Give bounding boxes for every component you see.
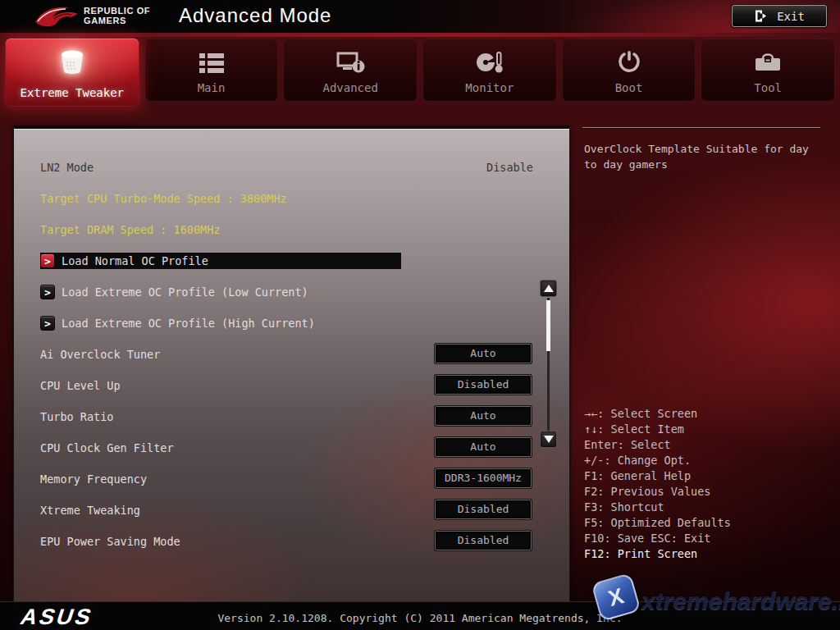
tab-bar: Extreme Tweaker Main bbox=[5, 38, 835, 102]
setting-row: CPU Level Up Disabled bbox=[40, 377, 549, 394]
shortcut-line: Enter: Select bbox=[584, 437, 731, 453]
page-title: Advanced Mode bbox=[179, 4, 331, 27]
setting-label: Xtreme Tweaking bbox=[40, 504, 140, 517]
tab-monitor[interactable]: Monitor bbox=[422, 38, 557, 102]
scroll-down-button[interactable] bbox=[540, 431, 557, 448]
tab-label: Monitor bbox=[423, 81, 556, 94]
watermark-text: xtremehardware.it bbox=[641, 587, 840, 615]
shortcut-line: F2: Previous Values bbox=[584, 484, 731, 500]
value-dropdown[interactable]: Disabled bbox=[435, 531, 532, 550]
value-dropdown[interactable]: Auto bbox=[435, 437, 532, 457]
exit-door-icon bbox=[754, 9, 767, 23]
setting-label: Turbo Ratio bbox=[40, 410, 113, 423]
tab-tool[interactable]: Tool bbox=[701, 38, 835, 102]
shortcut-line: F12: Print Screen bbox=[584, 546, 731, 562]
action-label: Load Normal OC Profile bbox=[62, 253, 208, 269]
setting-label: LN2 Mode bbox=[40, 161, 94, 174]
setting-row: CPU Clock Gen Filter Auto bbox=[40, 440, 549, 456]
setting-label: CPU Level Up bbox=[40, 379, 121, 392]
top-bar: REPUBLIC OF GAMERS Advanced Mode Exit bbox=[0, 0, 840, 33]
setting-row: EPU Power Saving Mode Disabled bbox=[40, 533, 549, 550]
setting-label: Memory Frequency bbox=[40, 472, 147, 486]
action-label: Load Extreme OC Profile (Low Current) bbox=[62, 284, 308, 300]
tab-label: Tool bbox=[701, 81, 834, 94]
chevron-icon: > bbox=[40, 253, 55, 268]
shortcut-line: F10: Save ESC: Exit bbox=[584, 531, 731, 546]
brand-text: REPUBLIC OF GAMERS bbox=[84, 6, 150, 25]
action-row-load-extreme-low[interactable]: > Load Extreme OC Profile (Low Current) bbox=[40, 284, 418, 300]
shortcut-line: +/-: Change Opt. bbox=[584, 453, 731, 468]
up-arrow-icon bbox=[544, 285, 554, 292]
version-text: Version 2.10.1208. Copyright (C) 2011 Am… bbox=[217, 612, 622, 624]
tab-main[interactable]: Main bbox=[144, 38, 279, 102]
setting-label: CPU Clock Gen Filter bbox=[40, 441, 174, 454]
scroll-up-button[interactable] bbox=[540, 280, 557, 297]
shortcut-line: F3: Shortcut bbox=[584, 500, 731, 515]
value-dropdown[interactable]: Auto bbox=[435, 344, 532, 363]
tab-extreme-tweaker[interactable]: Extreme Tweaker bbox=[5, 38, 139, 107]
setting-row: Memory Frequency DDR3-1600MHz bbox=[40, 471, 549, 487]
action-row-load-normal[interactable]: > Load Normal OC Profile bbox=[40, 253, 418, 269]
tab-label: Main bbox=[145, 81, 278, 94]
shortcut-line: F1: General Help bbox=[584, 468, 731, 484]
shortcut-line: F5: Optimized Defaults bbox=[584, 515, 731, 531]
tab-label: Boot bbox=[563, 81, 696, 94]
shortcut-legend: →←: Select Screen ↑↓: Select Item Enter:… bbox=[584, 406, 731, 562]
screen-info-icon bbox=[284, 48, 417, 77]
action-label: Load Extreme OC Profile (High Current) bbox=[62, 315, 315, 331]
setting-row-ln2[interactable]: LN2 Mode Disable bbox=[40, 159, 549, 176]
exit-label: Exit bbox=[777, 10, 805, 23]
knob-icon bbox=[6, 48, 139, 77]
setting-label: EPU Power Saving Mode bbox=[40, 535, 180, 548]
bios-screen: REPUBLIC OF GAMERS Advanced Mode Exit bbox=[0, 0, 840, 630]
toolbox-icon bbox=[701, 48, 834, 77]
value-dropdown[interactable]: Auto bbox=[435, 406, 532, 426]
down-arrow-icon bbox=[544, 436, 554, 443]
setting-value: Disable bbox=[486, 159, 533, 176]
value-dropdown[interactable]: Disabled bbox=[435, 375, 532, 395]
shortcut-line: →←: Select Screen bbox=[584, 406, 731, 422]
tab-boot[interactable]: Boot bbox=[562, 38, 696, 102]
setting-label: Ai Overclock Tuner bbox=[40, 348, 160, 361]
tab-label: Advanced bbox=[284, 81, 417, 94]
setting-row: Ai Overclock Tuner Auto bbox=[40, 346, 549, 363]
asus-logo: ASUS bbox=[17, 605, 97, 630]
target-dram-speed-text: Target DRAM Speed : 1600MHz bbox=[40, 221, 220, 238]
rog-eye-icon bbox=[34, 3, 79, 30]
action-row-load-extreme-high[interactable]: > Load Extreme OC Profile (High Current) bbox=[40, 315, 418, 331]
sidebar-divider bbox=[582, 127, 820, 128]
gauge-thermometer-icon bbox=[423, 48, 556, 77]
setting-row: Xtreme Tweaking Disabled bbox=[40, 502, 549, 518]
chevron-icon: > bbox=[40, 285, 55, 299]
list-icon bbox=[145, 48, 278, 77]
help-text: OverClock Template Suitable for day to d… bbox=[584, 141, 825, 172]
setting-row: Turbo Ratio Auto bbox=[40, 409, 549, 425]
exit-button[interactable]: Exit bbox=[732, 5, 827, 27]
target-cpu-speed-text: Target CPU Turbo-Mode Speed : 3800MHz bbox=[40, 190, 287, 207]
settings-panel: LN2 Mode Disable Target CPU Turbo-Mode S… bbox=[13, 126, 570, 605]
tab-advanced[interactable]: Advanced bbox=[283, 38, 418, 102]
tab-label: Extreme Tweaker bbox=[6, 86, 139, 99]
power-icon bbox=[563, 48, 696, 77]
value-dropdown[interactable]: DDR3-1600MHz bbox=[435, 468, 532, 488]
chevron-icon: > bbox=[40, 316, 55, 331]
value-dropdown[interactable]: Disabled bbox=[435, 500, 532, 519]
scrollbar-thumb[interactable] bbox=[546, 300, 550, 351]
shortcut-line: ↑↓: Select Item bbox=[584, 422, 731, 437]
